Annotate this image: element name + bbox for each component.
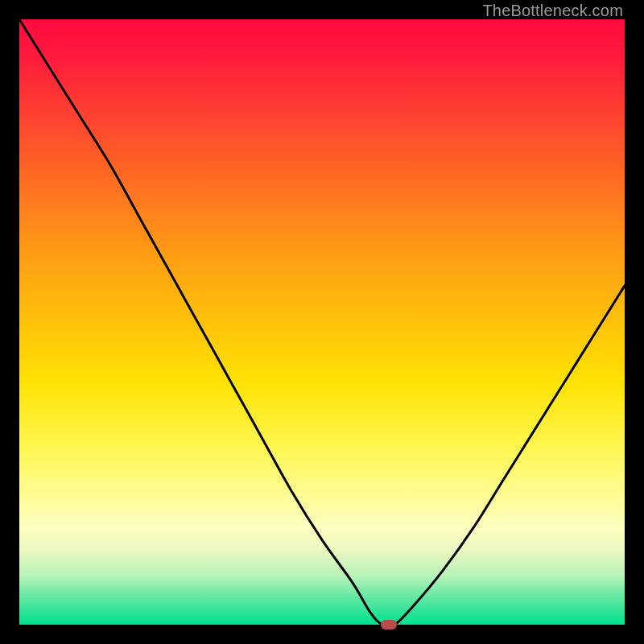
optimal-point-marker [381, 620, 397, 630]
chart-frame: TheBottleneck.com [0, 0, 644, 644]
watermark-text: TheBottleneck.com [482, 2, 623, 20]
bottleneck-curve [19, 19, 625, 625]
plot-area [19, 19, 625, 625]
